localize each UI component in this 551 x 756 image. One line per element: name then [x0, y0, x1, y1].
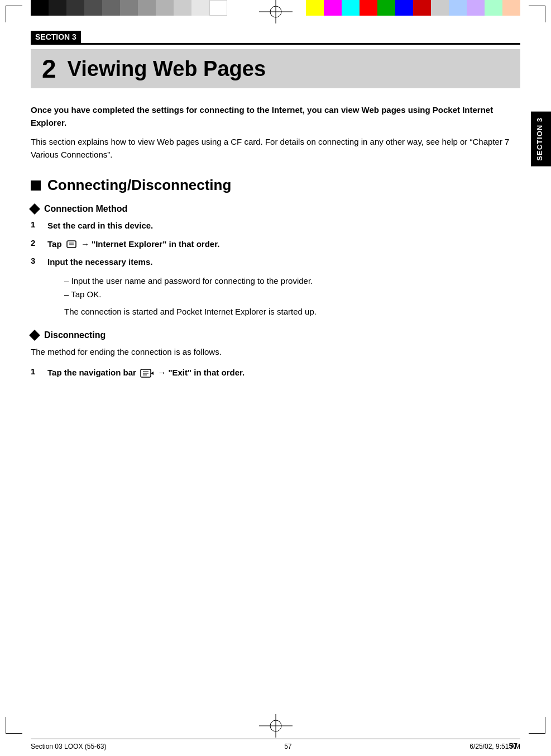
- sidebar-section-label: SECTION 3: [535, 117, 544, 161]
- disconnecting-label: Disconnecting: [44, 330, 106, 340]
- intro-normal-text: This section explains how to view Web pa…: [31, 136, 520, 161]
- diamond-bullet-icon: [29, 203, 40, 215]
- footer-right: 6/25/02, 9:51 AM: [469, 743, 520, 750]
- chapter-number: 2: [42, 56, 56, 82]
- main-section-heading-text: Connecting/Disconnecting: [47, 177, 231, 194]
- main-section-heading: Connecting/Disconnecting: [31, 177, 520, 194]
- disconnecting-section: Disconnecting The method for ending the …: [31, 330, 520, 379]
- trim-mark-bottom-left: [6, 717, 22, 734]
- step-1: 1 Set the card in this device.: [31, 220, 520, 232]
- step-3-sub-items: Input the user name and password for con…: [64, 274, 520, 301]
- trim-mark-top-right: [529, 6, 545, 22]
- footer: Section 03 LOOX (55-63) 57 6/25/02, 9:51…: [31, 739, 520, 750]
- step-2-number: 2: [31, 238, 47, 251]
- step-1-number: 1: [31, 220, 47, 232]
- connection-note: The connection is started and Pocket Int…: [64, 306, 520, 318]
- step-1-content: Set the card in this device.: [47, 220, 520, 232]
- step-3-number: 3: [31, 256, 47, 269]
- svg-rect-3: [67, 241, 76, 248]
- trim-mark-bottom-right: [529, 717, 545, 734]
- section-header-line: [31, 43, 520, 45]
- step-2: 2 Tap → "Internet Explorer" in that orde…: [31, 238, 520, 251]
- intro-bold-text: Once you have completed the settings for…: [31, 104, 520, 129]
- right-sidebar: SECTION 3: [531, 112, 551, 167]
- disconnect-step-1: 1 Tap the navigation bar → "Exit" in tha…: [31, 367, 520, 379]
- footer-left: Section 03 LOOX (55-63): [31, 743, 106, 750]
- sub-item-2: Tap OK.: [64, 288, 520, 301]
- disconnect-step-1-number: 1: [31, 367, 47, 379]
- sub-item-1: Input the user name and password for con…: [64, 274, 520, 288]
- chapter-title: Viewing Web Pages: [68, 58, 266, 79]
- step-3: 3 Input the necessary items.: [31, 256, 520, 269]
- square-bullet-icon: [31, 180, 41, 191]
- disconnecting-description: The method for ending the connection is …: [31, 346, 520, 359]
- connection-method-label: Connection Method: [44, 204, 127, 214]
- disconnecting-heading: Disconnecting: [31, 330, 520, 340]
- footer-center: 57: [284, 743, 291, 750]
- section-label: SECTION 3: [31, 31, 81, 43]
- chapter-header: 2 Viewing Web Pages: [31, 49, 520, 88]
- diamond-bullet-disconnecting-icon: [29, 330, 40, 341]
- disconnect-step-1-content: Tap the navigation bar → "Exit" in that …: [47, 367, 520, 379]
- step-2-content: Tap → "Internet Explorer" in that order.: [47, 238, 520, 251]
- step-3-content: Input the necessary items.: [47, 256, 520, 269]
- trim-mark-top-left: [6, 6, 22, 22]
- connection-method-heading: Connection Method: [31, 204, 520, 214]
